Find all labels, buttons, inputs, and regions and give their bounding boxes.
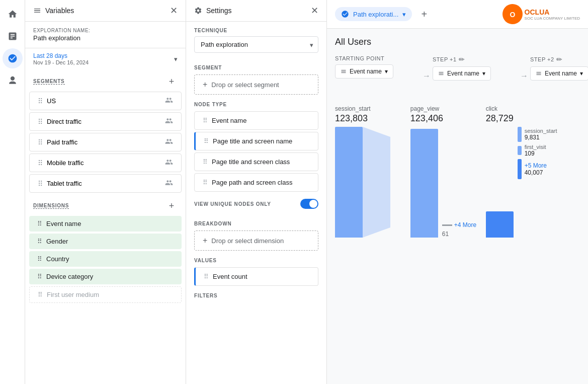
node-type-page-screen-name-label: Page title and screen name: [213, 137, 292, 145]
logo-text-area: OCLUA SOC LUA COMPANY LIMITED: [525, 8, 580, 21]
technique-label: TECHNIQUE: [186, 22, 326, 36]
explore-icon[interactable]: [3, 48, 23, 68]
step2-session-start: session_start 9,831: [518, 127, 557, 142]
chart-area: All Users STARTING POINT Event name ▾ → …: [327, 29, 588, 384]
step2-dropdown[interactable]: Event name ▾: [530, 66, 588, 81]
drag-icon: ⠿: [37, 220, 42, 227]
variables-panel: Variables ✕ EXPLORATION NAME: Path explo…: [25, 0, 186, 384]
settings-close-button[interactable]: ✕: [311, 6, 318, 15]
tab-dropdown-icon: ▾: [402, 11, 406, 18]
add-segment-button[interactable]: +: [165, 75, 178, 88]
segment-direct-label: Direct traffic: [47, 118, 81, 125]
add-tab-button[interactable]: +: [416, 6, 432, 22]
segment-drop-zone[interactable]: + Drop or select segment: [194, 74, 318, 95]
settings-panel-header: Settings ✕: [186, 0, 326, 22]
home-icon[interactable]: [3, 4, 23, 24]
node-type-page-title-screen-class[interactable]: ⠿ Page title and screen class: [194, 152, 318, 171]
segment-paid-traffic[interactable]: ⠿ Paid traffic: [29, 133, 182, 151]
reports-icon[interactable]: [3, 26, 23, 46]
bar3-count: 28,729: [486, 113, 514, 124]
node-type-page-title-screen-name[interactable]: ⠿ Page title and screen name: [194, 132, 318, 150]
date-range-chevron-icon: ▾: [174, 55, 178, 63]
segment-us[interactable]: ⠿ US: [29, 92, 182, 110]
dimension-event-name[interactable]: ⠿ Event name: [29, 216, 182, 232]
view-unique-nodes-toggle[interactable]: ✓: [300, 199, 318, 209]
node-type-page-screen-class-label: Page title and screen class: [212, 158, 290, 166]
segment-group-icon: [165, 179, 173, 188]
add-icon: +: [203, 236, 207, 245]
starting-point-dropdown[interactable]: Event name ▾: [335, 64, 393, 79]
segment-mobile-label: Mobile traffic: [47, 159, 83, 167]
segments-section-header: SEGMENTS +: [25, 69, 186, 91]
dimension-first-user-label: First user medium: [47, 291, 99, 298]
dimension-device-category[interactable]: ⠿ Device category: [29, 269, 182, 284]
dimension-first-user-medium[interactable]: ⠿ First user medium: [29, 286, 182, 303]
step-plus2-label: STEP +2: [530, 56, 554, 62]
toggle-check-icon: ✓: [312, 201, 316, 206]
dimension-device-label: Device category: [46, 273, 93, 280]
drag-icon: ⠿: [37, 238, 42, 245]
settings-title-text: Settings: [206, 7, 232, 15]
segment-tablet-traffic[interactable]: ⠿ Tablet traffic: [29, 174, 182, 193]
variables-close-button[interactable]: ✕: [170, 6, 178, 15]
exploration-name-label: EXPLORATION NAME:: [25, 22, 186, 34]
tab-label: Path explorati...: [353, 11, 398, 18]
bar2-event-name: page_view: [410, 105, 439, 112]
drag-icon: ⠿: [37, 273, 42, 280]
dimension-country[interactable]: ⠿ Country: [29, 251, 182, 267]
flow-connector-1: [363, 127, 393, 238]
view-unique-nodes-label: VIEW UNIQUE NODES ONLY: [194, 201, 271, 207]
technique-select[interactable]: Path exploration: [194, 36, 318, 53]
bar3-event-name: click: [486, 105, 497, 112]
node-type-page-path-screen-class[interactable]: ⠿ Page path and screen class: [194, 173, 318, 192]
main-tab[interactable]: Path explorati... ▾: [335, 7, 412, 21]
starting-point-header: STARTING POINT: [335, 55, 384, 61]
exploration-name-value: Path exploration: [25, 34, 186, 48]
drag-icon: ⠿: [38, 159, 43, 167]
node-type-label: NODE TYPE: [186, 96, 326, 110]
dimension-event-name-label: Event name: [46, 220, 81, 227]
step-plus2-edit-icon[interactable]: ✏: [556, 55, 563, 63]
dimension-gender-label: Gender: [46, 238, 68, 245]
advertising-icon[interactable]: [3, 70, 23, 91]
drag-icon: ⠿: [38, 138, 43, 146]
segment-direct-traffic[interactable]: ⠿ Direct traffic: [29, 112, 182, 131]
values-event-count[interactable]: ⠿ Event count: [194, 267, 318, 286]
logo-subtext: SOC LUA COMPANY LIMITED: [525, 16, 580, 21]
breakdown-drop-zone[interactable]: + Drop or select dimension: [194, 231, 318, 251]
breakdown-label: BREAKDOWN: [186, 215, 326, 229]
drag-icon: ⠿: [204, 273, 209, 280]
logo-text: OCLUA: [525, 8, 580, 16]
segment-tablet-label: Tablet traffic: [47, 180, 82, 187]
main-content: Path explorati... ▾ + O OCLUA SOC LUA CO…: [327, 0, 588, 384]
step-plus1-label: STEP +1: [433, 56, 457, 62]
more-bar-indicator: [442, 224, 452, 226]
bar1-count: 123,803: [335, 113, 368, 124]
dimension-country-label: Country: [46, 255, 69, 263]
technique-select-wrapper: Path exploration ▾: [194, 36, 318, 53]
svg-marker-2: [363, 127, 390, 238]
add-icon: +: [203, 80, 207, 89]
step-plus1-header: STEP +1 ✏: [433, 55, 465, 63]
step2-more[interactable]: +5 More 40,007: [518, 159, 557, 179]
svg-text:O: O: [510, 11, 515, 19]
settings-icon: [194, 7, 202, 15]
dimension-gender[interactable]: ⠿ Gender: [29, 234, 182, 249]
dropdown-arrow-icon: ▾: [580, 70, 583, 77]
add-dimension-button[interactable]: +: [165, 200, 178, 212]
date-range-selector[interactable]: Last 28 days Nov 19 - Dec 16, 2024 ▾: [25, 48, 186, 69]
values-event-count-label: Event count: [213, 273, 247, 280]
segment-mobile-traffic[interactable]: ⠿ Mobile traffic: [29, 153, 182, 172]
variables-title-text: Variables: [45, 7, 74, 15]
logo-area: O OCLUA SOC LUA COMPANY LIMITED: [502, 4, 580, 24]
date-range-label: Last 28 days: [33, 52, 89, 59]
values-label: VALUES: [186, 252, 326, 266]
plus4-more-link[interactable]: +4 More: [454, 221, 476, 228]
drag-icon: ⠿: [38, 118, 43, 126]
node-type-event-name[interactable]: ⠿ Event name: [194, 111, 318, 130]
main-header: Path explorati... ▾ + O OCLUA SOC LUA CO…: [327, 0, 588, 29]
drag-icon: ⠿: [203, 158, 208, 166]
step1-dropdown[interactable]: Event name ▾: [433, 66, 491, 81]
step-plus1-edit-icon[interactable]: ✏: [459, 55, 465, 63]
variables-icon: [33, 7, 41, 15]
